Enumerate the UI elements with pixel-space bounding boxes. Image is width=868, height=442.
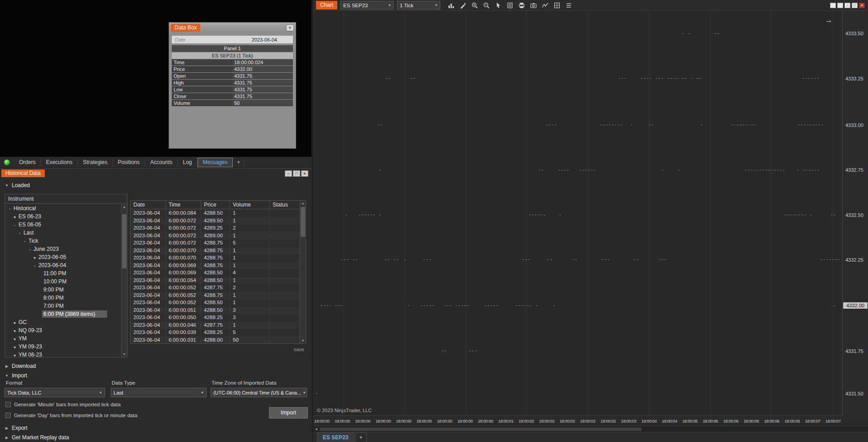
tree-item[interactable]: -Tick [5,237,121,245]
table-row[interactable]: 2023-06-046:00:00.0694288.504 [131,269,300,277]
table-row[interactable]: 2023-06-046:00:00.0724289.252 [131,225,300,232]
column-header-price[interactable]: Price [201,201,230,209]
drawing-tools-icon[interactable] [458,1,468,9]
column-header-time[interactable]: Time [166,201,201,209]
generate-day-bars-checkbox-row[interactable]: Generate 'Day' bars from imported tick o… [5,413,137,418]
collapse-icon[interactable]: - [22,238,27,244]
cursor-icon[interactable] [493,1,503,9]
tab-accounts[interactable]: Accounts [145,158,178,167]
expand-icon[interactable]: ◆ [12,321,17,324]
scrollbar-thumb[interactable] [122,214,127,268]
scroll-up-icon[interactable]: ▲ [300,201,306,206]
close-icon[interactable]: × [859,3,865,8]
data-box-titlebar[interactable]: Data Box × [169,23,296,33]
chart-trader-icon[interactable] [552,1,562,9]
generate-minute-bars-checkbox-row[interactable]: Generate 'Minute' bars from imported tic… [5,402,121,407]
table-row[interactable]: 2023-06-046:00:00.0524288.501 [131,299,300,307]
table-row[interactable]: 2023-06-046:00:00.0724289.501 [131,217,300,225]
tree-item[interactable]: ◆YM 09-23 [5,343,121,351]
scroll-down-icon[interactable]: ▼ [122,352,127,357]
tab-strategies[interactable]: Strategies [78,158,113,167]
tree-item[interactable]: -ES 06-05 [5,221,121,229]
interval-select[interactable]: 1 Tick ▼ [397,1,440,9]
zoom-in-icon[interactable] [470,1,480,9]
close-icon[interactable]: × [286,24,294,31]
expand-icon[interactable]: ◆ [12,329,17,332]
collapse-icon[interactable]: - [32,263,37,268]
collapse-icon[interactable]: - [12,222,17,227]
expand-icon[interactable]: ◆ [12,345,17,348]
tab-messages[interactable]: Messages [198,158,233,167]
add-chart-tab-button[interactable]: + [355,433,367,442]
column-header-date[interactable]: Date [131,201,166,209]
tree-item[interactable]: 7:00 PM [5,302,121,310]
tree-item[interactable]: ◆GC [5,318,121,326]
table-row[interactable]: 2023-06-046:00:00.0524287.752 [131,284,300,292]
tree-item[interactable]: ◆ES 06-23 [5,212,121,221]
expand-icon[interactable]: ◆ [32,256,37,259]
tree-scrollbar[interactable]: ▲ ▼ [121,204,127,357]
table-row[interactable]: 2023-06-046:00:00.0704288.751 [131,247,300,255]
section-download[interactable]: ▶ Download [1,362,39,370]
tree-item[interactable]: 6:00 PM (3869 items) [5,310,121,318]
instrument-link-icon[interactable] [830,3,836,8]
table-row[interactable]: 2023-06-046:00:00.0524288.751 [131,292,300,300]
data-box-date-field[interactable]: Date 2023-06-04 [172,36,293,43]
table-row[interactable]: 2023-06-046:00:00.0694288.751 [131,262,300,270]
timezone-select[interactable]: (UTC-06:00) Central Time (US & Cana... ▼ [211,388,307,397]
collapse-icon[interactable]: - [7,206,12,211]
scroll-left-icon[interactable]: ◄ [313,427,320,431]
maximize-icon[interactable]: □ [852,3,858,8]
collapse-icon[interactable]: - [27,246,32,252]
expand-icon[interactable]: ◆ [12,353,17,357]
table-row[interactable]: 2023-06-046:00:00.0544288.501 [131,277,300,285]
scrollbar-thumb[interactable] [301,207,305,237]
expand-icon[interactable]: ◆ [12,215,17,218]
tree-item[interactable]: ◆YM [5,334,121,343]
close-icon[interactable]: × [301,170,308,177]
tree-item[interactable]: ◆2023-06-05 [5,253,121,261]
price-axis[interactable]: 4333.504333.254333.004332.754332.504332.… [842,11,868,416]
tree-item[interactable]: 9:00 PM [5,286,121,294]
historical-titlebar[interactable]: Historical Data – □ × [0,169,311,178]
tree-item[interactable]: -Historical [5,204,121,212]
snapshot-icon[interactable] [528,1,538,9]
zoom-out-icon[interactable] [481,1,491,9]
format-select[interactable]: Tick Data, LLC ▼ [5,388,105,397]
tree-item[interactable]: -2023-06-04 [5,261,121,269]
section-get-market-replay[interactable]: ▶ Get Market Replay data [1,433,73,442]
minimize-icon[interactable]: – [844,3,850,8]
indicators-icon[interactable] [540,1,550,9]
minimize-icon[interactable]: – [285,170,292,177]
tree-item[interactable]: 10:00 PM [5,277,121,286]
tree-item[interactable]: 8:00 PM [5,294,121,302]
time-axis[interactable]: 18:00:0018:00:0018:00:0018:00:0018:00:00… [313,416,842,426]
add-tab-button[interactable]: + [233,158,245,167]
tab-executions[interactable]: Executions [41,158,78,167]
collapse-icon[interactable]: - [17,230,22,235]
print-icon[interactable] [517,1,527,9]
table-row[interactable]: 2023-06-046:00:00.0394288.255 [131,329,300,337]
column-header-volume[interactable]: Volume [230,201,270,209]
maximize-icon[interactable]: □ [293,170,300,177]
table-row[interactable]: 2023-06-046:00:00.0724289.001 [131,232,300,240]
tree-item[interactable]: -Last [5,229,121,237]
instrument-select[interactable]: ES SEP23 ▼ [340,1,394,9]
scroll-down-icon[interactable]: ▼ [300,338,306,343]
chart-style-icon[interactable] [446,1,456,9]
tree-item[interactable]: ◆YM 06-23 [5,351,121,357]
tab-positions[interactable]: Positions [113,158,145,167]
checkbox-icon[interactable] [5,402,11,407]
table-row[interactable]: 2023-06-046:00:00.0314288.0050 [131,337,300,344]
tab-log[interactable]: Log [178,158,197,167]
table-row[interactable]: 2023-06-046:00:00.0704288.751 [131,254,300,262]
horizontal-scrollbar[interactable]: ◄ [313,426,868,432]
table-row[interactable]: 2023-06-046:00:00.0844288.501 [131,210,300,217]
expand-icon[interactable]: ◆ [12,337,17,340]
checkbox-icon[interactable] [5,413,11,418]
properties-icon[interactable] [564,1,574,9]
tree-item[interactable]: -June 2023 [5,245,121,253]
scrollbar-thumb[interactable] [320,428,642,431]
section-import[interactable]: ▼ Import [1,371,31,380]
section-export[interactable]: ▶ Export [1,424,31,432]
